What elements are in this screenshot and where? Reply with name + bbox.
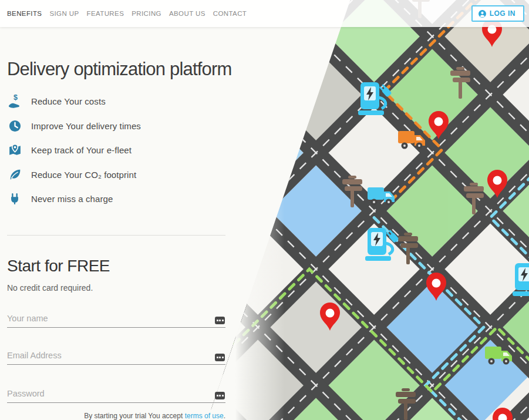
benefit-row-charge: Never miss a charge <box>7 187 225 211</box>
autofill-icon[interactable] <box>215 317 225 324</box>
hand-dollar-icon: $ <box>7 94 22 109</box>
benefit-label: Improve Your delivery times <box>31 121 141 131</box>
top-nav-bar: BENEFITS SIGN UP FEATURES PRICING ABOUT … <box>0 0 529 27</box>
svg-text:$: $ <box>14 94 18 102</box>
benefit-label: Reduce Your CO₂ footprint <box>31 170 136 180</box>
signup-subheading: No credit card required. <box>7 283 93 293</box>
benefit-row-delivery-times: Improve Your delivery times <box>7 114 225 139</box>
name-input[interactable] <box>7 311 225 328</box>
nav-item-sign-up[interactable]: SIGN UP <box>49 10 79 17</box>
benefit-label: Keep track of Your e-fleet <box>31 145 132 155</box>
name-field-wrap <box>7 311 225 329</box>
autofill-icon[interactable] <box>215 354 225 361</box>
benefit-row-co2: Reduce Your CO₂ footprint <box>7 163 225 187</box>
password-field-wrap <box>7 387 225 404</box>
leaf-icon <box>7 167 22 182</box>
section-divider <box>7 235 225 236</box>
password-input[interactable] <box>7 387 225 403</box>
terms-suffix: . <box>224 412 225 420</box>
benefit-row-costs: $ Reduce Your costs <box>7 89 225 114</box>
nav-item-pricing[interactable]: PRICING <box>132 10 161 17</box>
clock-icon <box>7 118 22 133</box>
terms-of-use-link[interactable]: terms of use <box>185 412 224 420</box>
user-icon <box>479 10 486 18</box>
terms-text: By starting your trial You accept terms … <box>7 412 225 420</box>
autofill-icon[interactable] <box>215 392 225 399</box>
signup-heading: Start for FREE <box>7 257 110 275</box>
terms-prefix: By starting your trial You accept <box>84 412 184 420</box>
page-title: Delivery optimization platform <box>7 59 265 80</box>
nav-item-about-us[interactable]: ABOUT US <box>169 10 205 17</box>
map-tracking-icon <box>7 143 22 158</box>
benefit-row-e-fleet: Keep track of Your e-fleet <box>7 138 225 163</box>
plug-icon <box>7 191 22 207</box>
benefit-label: Reduce Your costs <box>31 96 106 106</box>
benefits-list: $ Reduce Your costs Improve Your deliver… <box>7 89 225 211</box>
login-button[interactable]: LOG IN <box>471 5 524 22</box>
email-field-wrap <box>7 348 225 366</box>
main-nav: BENEFITS SIGN UP FEATURES PRICING ABOUT … <box>7 10 247 17</box>
login-label: LOG IN <box>490 9 515 18</box>
nav-item-benefits[interactable]: BENEFITS <box>7 10 42 17</box>
email-input[interactable] <box>7 348 225 365</box>
benefit-label: Never miss a charge <box>31 194 113 204</box>
nav-item-contact[interactable]: CONTACT <box>213 10 247 17</box>
nav-item-features[interactable]: FEATURES <box>87 10 124 17</box>
